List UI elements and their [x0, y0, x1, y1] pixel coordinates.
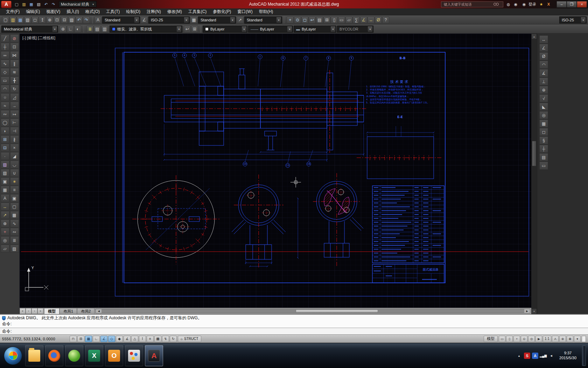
match-icon[interactable]: ▨ — [10, 245, 19, 253]
break-icon[interactable]: ∦ — [10, 135, 19, 143]
measure-icon[interactable]: ∠ — [360, 16, 367, 23]
chevron-down-icon[interactable]: ▼ — [368, 26, 372, 32]
zoom-icon[interactable]: ⊙ — [521, 336, 527, 342]
region-icon[interactable]: ▣ — [1, 177, 9, 185]
vertical-scroll-track[interactable] — [531, 39, 537, 308]
scale-icon[interactable]: ◿ — [10, 93, 19, 101]
grid-toggle[interactable]: ▦ — [85, 336, 92, 342]
mleader-style-icon[interactable]: ↗ — [237, 16, 244, 23]
gradient-icon[interactable]: ▧ — [1, 169, 9, 177]
chevron-down-icon[interactable]: ▼ — [331, 26, 335, 32]
menu-toolsets[interactable]: 工具集(C) — [185, 8, 210, 15]
dim-linear-icon[interactable]: ↔ — [1, 203, 9, 211]
ucs-tool-icon[interactable]: ∟ — [67, 26, 74, 33]
steeringwheel-icon[interactable]: ◎ — [528, 336, 535, 342]
toolpalettes-icon[interactable]: ▯ — [331, 16, 338, 23]
vertical-scroll-thumb[interactable] — [532, 141, 536, 166]
show-desktop-button[interactable] — [582, 346, 586, 366]
command-input-line[interactable]: 命令: — [0, 328, 588, 334]
matchprop-icon[interactable]: ▨ — [68, 16, 75, 23]
mleader-style-combo[interactable]: Standard ▼ — [244, 16, 282, 23]
menu-tools[interactable]: 工具(T) — [103, 8, 123, 15]
quickprops-toggle[interactable]: ↯ — [162, 336, 169, 342]
scroll-right-icon[interactable]: ▶ — [524, 309, 530, 313]
menu-annotate[interactable]: 注释(N) — [144, 8, 164, 15]
taskbar-paint[interactable] — [125, 345, 143, 366]
showmotion-icon[interactable]: ▶ — [536, 336, 542, 342]
annotation-scale-label[interactable]: 1:1 — [543, 336, 551, 342]
open-icon[interactable]: ▥ — [9, 16, 16, 23]
surface-texture-icon[interactable]: √ — [539, 94, 548, 102]
tab-prev-button[interactable]: ‹ — [26, 308, 31, 314]
polyline-icon[interactable]: ∿ — [1, 60, 9, 68]
properties-icon[interactable]: ≣ — [10, 236, 19, 244]
close-button[interactable]: × — [577, 1, 587, 8]
undo-icon[interactable]: ↶ — [43, 1, 49, 7]
layer-match-icon[interactable]: ⊞ — [191, 26, 198, 33]
parts-list-icon[interactable]: ▦ — [539, 120, 548, 128]
menu-window[interactable]: 窗口(W) — [234, 8, 255, 15]
menu-parametric[interactable]: 参数化(P) — [210, 8, 234, 15]
designcenter-icon[interactable]: ⊞ — [323, 16, 330, 23]
qnew-icon[interactable]: ▢ — [2, 16, 9, 23]
tab-next-button[interactable]: › — [31, 308, 37, 314]
group-icon[interactable]: ▣ — [10, 194, 19, 202]
diameter-dim-icon[interactable]: Ø — [539, 52, 548, 60]
quickview-drawings-icon[interactable]: ▯ — [506, 336, 513, 342]
undo-icon[interactable]: ↶ — [76, 16, 83, 23]
selection-cycling-toggle[interactable]: ↻ — [170, 336, 177, 342]
model-space-button[interactable]: 模型 — [484, 336, 498, 342]
rotate-icon[interactable]: ↻ — [10, 85, 19, 93]
qnew-icon[interactable]: ▢ — [13, 1, 20, 7]
polygon-icon[interactable]: ◇ — [1, 68, 9, 76]
application-menu-button[interactable]: A — [1, 1, 12, 8]
copy-icon[interactable]: ⊡ — [54, 16, 61, 23]
datum-icon[interactable]: ⊥ — [539, 77, 548, 86]
arc-icon[interactable]: ◠ — [1, 85, 9, 93]
fillet-icon[interactable]: ◡ — [10, 161, 19, 169]
leader-icon[interactable]: ↗ — [1, 211, 9, 219]
array-icon[interactable]: ≋ — [10, 68, 19, 76]
make-block-icon[interactable]: ⊟ — [1, 144, 9, 152]
tray-network-icon[interactable]: ▂▄▆ — [540, 353, 546, 359]
zoom-realtime-icon[interactable]: ⊙ — [294, 16, 301, 23]
taskbar-autocad[interactable]: A — [145, 345, 163, 366]
erase-icon[interactable]: ⊘ — [10, 34, 19, 42]
multiline-icon[interactable]: ═ — [1, 51, 9, 59]
lineweight-combo[interactable]: ▬ ByLayer ▼ — [294, 26, 336, 33]
layer-isolate-icon[interactable]: ▥ — [101, 26, 108, 33]
centerline-icon[interactable]: ┼ — [539, 145, 548, 153]
point-icon[interactable]: ∙ — [1, 152, 9, 160]
markup-icon[interactable]: ▱ — [345, 16, 352, 23]
dim-style-icon[interactable]: ∠ — [141, 16, 148, 23]
menu-file[interactable]: 文件(F) — [3, 8, 23, 15]
dim-style-combo[interactable]: ISO-25 ▼ — [148, 16, 190, 23]
edit-hatch-icon[interactable]: ▩ — [10, 211, 19, 219]
scroll-down-icon[interactable]: ▼ — [531, 308, 537, 314]
infer-constraints-toggle[interactable]: ⊓ — [70, 336, 77, 342]
chevron-down-icon[interactable]: ▼ — [230, 17, 235, 23]
tab-model[interactable]: 模型 — [44, 308, 59, 314]
chevron-down-icon[interactable]: ▼ — [242, 26, 246, 32]
tray-volume-icon[interactable]: ◄ — [548, 353, 554, 359]
layer-properties-icon[interactable]: ≣ — [86, 26, 93, 33]
drawing-canvas[interactable]: [-] [俯视] [二维线框] — [20, 34, 531, 308]
am-dimstyle-combo[interactable]: ISO-25 ▼ — [559, 16, 587, 23]
taskbar-origin[interactable]: O — [105, 345, 123, 366]
menu-help[interactable]: 帮助(H) — [256, 8, 276, 15]
mtext-icon[interactable]: A — [1, 194, 9, 202]
paste-icon[interactable]: ⊟ — [61, 16, 68, 23]
workspaces-combo[interactable]: Mechanical 经典 ▼ — [1, 26, 58, 33]
layer-states-icon[interactable]: ▤ — [94, 26, 101, 33]
edit-polyline-icon[interactable]: ∿ — [10, 219, 19, 227]
quickcalc-icon[interactable]: ∑ — [353, 16, 360, 23]
diameter-icon[interactable]: Ø — [375, 16, 382, 23]
table-icon[interactable]: ▦ — [1, 186, 9, 194]
explode-icon[interactable]: ∗ — [10, 177, 19, 185]
quickview-layouts-icon[interactable]: ▭ — [499, 336, 505, 342]
ellipse-arc-icon[interactable]: ◗ — [1, 127, 9, 135]
workspace-settings-icon[interactable]: ⊛ — [59, 26, 66, 33]
coordinates-readout[interactable]: 5556.7772, 533.1324, 0.0000 — [2, 337, 69, 341]
menu-draw[interactable]: 绘制(D) — [123, 8, 144, 15]
construction-line-icon[interactable]: ┼ — [1, 43, 9, 51]
